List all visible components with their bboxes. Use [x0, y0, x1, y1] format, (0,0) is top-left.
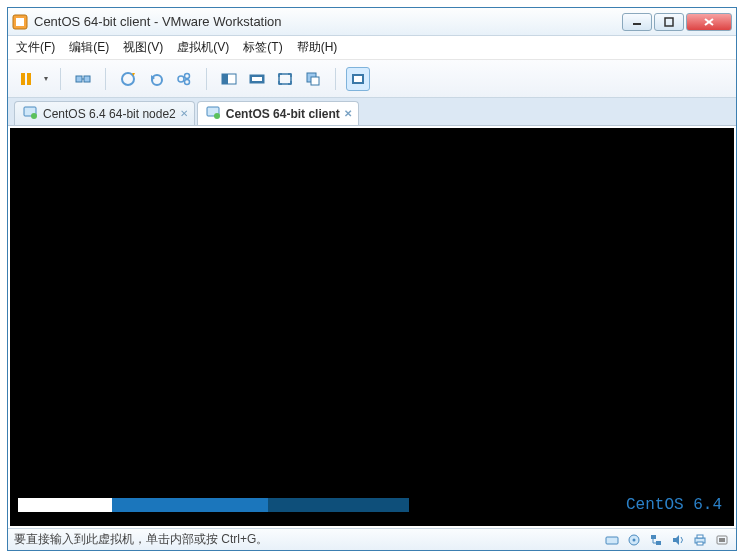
vm-console[interactable]: CentOS 6.4 — [10, 128, 734, 526]
network-icon[interactable] — [648, 532, 664, 548]
menu-tabs[interactable]: 标签(T) — [243, 39, 282, 56]
tab-vm-client[interactable]: CentOS 64-bit client ✕ — [197, 101, 359, 125]
fullscreen-button[interactable] — [273, 67, 297, 91]
pause-button[interactable] — [14, 67, 38, 91]
svg-point-17 — [185, 79, 190, 84]
svg-marker-36 — [673, 535, 679, 545]
tab-vm-node2[interactable]: CentOS 6.4 64-bit node2 ✕ — [14, 101, 195, 125]
separator — [335, 68, 336, 90]
svg-rect-22 — [279, 74, 291, 84]
app-icon — [12, 14, 28, 30]
close-button[interactable] — [686, 13, 732, 31]
app-window: CentOS 64-bit client - VMware Workstatio… — [7, 7, 737, 551]
printer-icon[interactable] — [692, 532, 708, 548]
menubar: 文件(F) 编辑(E) 视图(V) 虚拟机(V) 标签(T) 帮助(H) — [8, 36, 736, 60]
svg-rect-39 — [697, 542, 703, 545]
window-controls — [622, 13, 732, 31]
send-cad-button[interactable] — [71, 67, 95, 91]
svg-rect-35 — [656, 541, 661, 545]
separator — [60, 68, 61, 90]
tab-row: CentOS 6.4 64-bit node2 ✕ CentOS 64-bit … — [8, 98, 736, 126]
sound-icon[interactable] — [670, 532, 686, 548]
minimize-button[interactable] — [622, 13, 652, 31]
menu-help[interactable]: 帮助(H) — [297, 39, 338, 56]
vm-icon — [23, 105, 37, 122]
svg-rect-9 — [84, 76, 90, 82]
tab-label: CentOS 64-bit client — [226, 107, 340, 121]
disk-icon[interactable] — [604, 532, 620, 548]
tab-close-icon[interactable]: ✕ — [178, 107, 190, 119]
svg-rect-41 — [719, 538, 725, 542]
svg-point-33 — [633, 538, 636, 541]
menu-vm[interactable]: 虚拟机(V) — [177, 39, 229, 56]
separator — [206, 68, 207, 90]
os-label: CentOS 6.4 — [626, 496, 722, 514]
multi-monitor-button[interactable] — [245, 67, 269, 91]
svg-rect-26 — [354, 76, 362, 82]
progress-segment-done — [18, 498, 112, 512]
input-grab-icon[interactable] — [714, 532, 730, 548]
vm-icon — [206, 105, 220, 122]
cdrom-icon[interactable] — [626, 532, 642, 548]
menu-view[interactable]: 视图(V) — [123, 39, 163, 56]
svg-point-15 — [178, 76, 184, 82]
progress-segment-pending — [268, 498, 409, 512]
svg-rect-24 — [311, 77, 319, 85]
status-device-icons — [604, 532, 730, 548]
titlebar[interactable]: CentOS 64-bit client - VMware Workstatio… — [8, 8, 736, 36]
svg-rect-8 — [76, 76, 82, 82]
tab-label: CentOS 6.4 64-bit node2 — [43, 107, 176, 121]
toolbar: ▾ — [8, 60, 736, 98]
svg-point-16 — [185, 73, 190, 78]
window-title: CentOS 64-bit client - VMware Workstatio… — [34, 14, 622, 29]
svg-rect-31 — [606, 537, 618, 544]
snapshot-take-button[interactable] — [116, 67, 140, 91]
maximize-button[interactable] — [654, 13, 684, 31]
snapshot-manager-button[interactable] — [172, 67, 196, 91]
tab-close-icon[interactable]: ✕ — [342, 107, 354, 119]
svg-rect-19 — [222, 74, 228, 84]
snapshot-revert-button[interactable] — [144, 67, 168, 91]
unity-mode-button[interactable] — [301, 67, 325, 91]
separator — [105, 68, 106, 90]
svg-rect-34 — [651, 535, 656, 539]
power-dropdown[interactable]: ▾ — [42, 74, 50, 83]
svg-rect-21 — [252, 77, 262, 81]
svg-rect-1 — [16, 18, 24, 26]
svg-point-13 — [152, 75, 162, 85]
svg-point-11 — [122, 73, 134, 85]
menu-file[interactable]: 文件(F) — [16, 39, 55, 56]
svg-point-28 — [31, 113, 37, 119]
status-hint: 要直接输入到此虚拟机，单击内部或按 Ctrl+G。 — [14, 531, 604, 548]
status-bar: 要直接输入到此虚拟机，单击内部或按 Ctrl+G。 — [8, 528, 736, 550]
progress-segment-active — [112, 498, 268, 512]
svg-point-30 — [214, 113, 220, 119]
svg-rect-38 — [697, 535, 703, 538]
svg-rect-7 — [27, 73, 31, 85]
svg-rect-3 — [665, 18, 673, 26]
boot-progress-bar — [18, 498, 409, 512]
svg-rect-6 — [21, 73, 25, 85]
show-console-button[interactable] — [217, 67, 241, 91]
scale-mode-button[interactable] — [346, 67, 370, 91]
vm-area: CentOS 6.4 — [8, 126, 736, 528]
menu-edit[interactable]: 编辑(E) — [69, 39, 109, 56]
